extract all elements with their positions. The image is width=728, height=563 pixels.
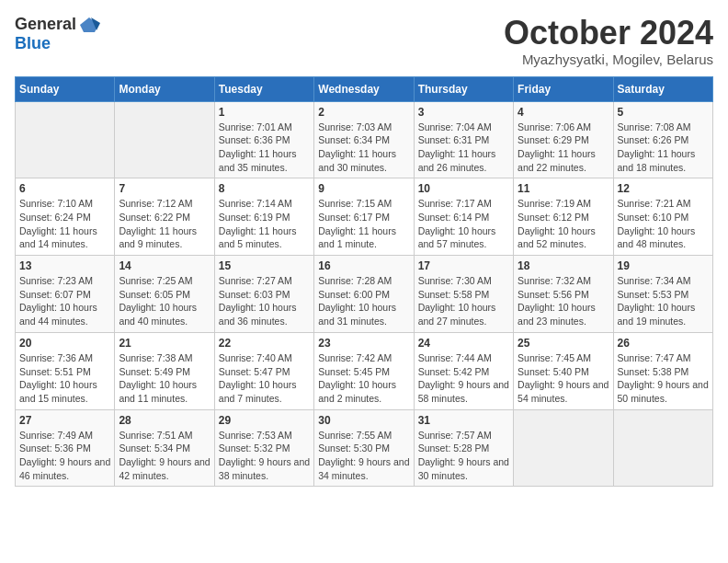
calendar-week-row: 27 Sunrise: 7:49 AMSunset: 5:36 PMDaylig… [16,409,713,487]
calendar-week-row: 13 Sunrise: 7:23 AMSunset: 6:07 PMDaylig… [16,256,713,333]
page-header: General Blue October 2024 Myazhysyatki, … [15,15,713,67]
calendar-day-cell: 17 Sunrise: 7:30 AMSunset: 5:58 PMDaylig… [414,256,513,333]
month-title: October 2024 [504,15,713,52]
weekday-header-cell: Tuesday [214,76,313,101]
day-info: Sunrise: 7:40 AMSunset: 5:47 PMDaylight:… [219,351,310,406]
calendar-day-cell: 10 Sunrise: 7:17 AMSunset: 6:14 PMDaylig… [414,178,513,256]
calendar-day-cell: 15 Sunrise: 7:27 AMSunset: 6:03 PMDaylig… [214,256,313,333]
calendar-day-cell: 2 Sunrise: 7:03 AMSunset: 6:34 PMDayligh… [314,101,414,178]
calendar-day-cell: 9 Sunrise: 7:15 AMSunset: 6:17 PMDayligh… [314,178,414,256]
day-number: 26 [618,337,709,350]
day-info: Sunrise: 7:04 AMSunset: 6:31 PMDaylight:… [418,121,509,175]
day-info: Sunrise: 7:49 AMSunset: 5:36 PMDaylight:… [19,429,110,483]
weekday-header-cell: Thursday [414,76,513,101]
calendar-day-cell: 23 Sunrise: 7:42 AMSunset: 5:45 PMDaylig… [314,332,414,409]
day-info: Sunrise: 7:28 AMSunset: 6:00 PMDaylight:… [318,274,409,328]
calendar-day-cell: 22 Sunrise: 7:40 AMSunset: 5:47 PMDaylig… [214,332,313,409]
day-info: Sunrise: 7:21 AMSunset: 6:10 PMDaylight:… [618,197,709,251]
day-info: Sunrise: 7:45 AMSunset: 5:40 PMDaylight:… [518,351,609,406]
day-info: Sunrise: 7:03 AMSunset: 6:34 PMDaylight:… [318,121,409,175]
calendar-day-cell [613,409,712,487]
day-number: 17 [418,259,509,272]
calendar-day-cell: 27 Sunrise: 7:49 AMSunset: 5:36 PMDaylig… [16,409,115,487]
calendar-day-cell: 26 Sunrise: 7:47 AMSunset: 5:38 PMDaylig… [613,332,712,409]
calendar-week-row: 1 Sunrise: 7:01 AMSunset: 6:36 PMDayligh… [16,101,713,178]
weekday-header-cell: Saturday [613,76,712,101]
calendar-day-cell [115,101,214,178]
calendar-day-cell: 20 Sunrise: 7:36 AMSunset: 5:51 PMDaylig… [16,332,115,409]
day-number: 3 [418,106,509,119]
calendar-day-cell: 28 Sunrise: 7:51 AMSunset: 5:34 PMDaylig… [115,409,214,487]
day-info: Sunrise: 7:38 AMSunset: 5:49 PMDaylight:… [119,351,210,406]
calendar-day-cell [16,101,115,178]
calendar-day-cell: 11 Sunrise: 7:19 AMSunset: 6:12 PMDaylig… [514,178,613,256]
day-info: Sunrise: 7:47 AMSunset: 5:38 PMDaylight:… [618,351,709,406]
calendar-day-cell: 13 Sunrise: 7:23 AMSunset: 6:07 PMDaylig… [16,256,115,333]
day-info: Sunrise: 7:27 AMSunset: 6:03 PMDaylight:… [219,274,310,328]
calendar-day-cell: 31 Sunrise: 7:57 AMSunset: 5:28 PMDaylig… [414,409,513,487]
day-info: Sunrise: 7:53 AMSunset: 5:32 PMDaylight:… [219,429,310,483]
weekday-header-cell: Friday [514,76,613,101]
calendar-day-cell: 24 Sunrise: 7:44 AMSunset: 5:42 PMDaylig… [414,332,513,409]
day-info: Sunrise: 7:57 AMSunset: 5:28 PMDaylight:… [418,429,509,483]
day-info: Sunrise: 7:10 AMSunset: 6:24 PMDaylight:… [19,197,110,251]
weekday-header-row: SundayMondayTuesdayWednesdayThursdayFrid… [16,76,713,101]
day-info: Sunrise: 7:55 AMSunset: 5:30 PMDaylight:… [318,429,409,483]
day-number: 14 [119,259,210,272]
weekday-header-cell: Wednesday [314,76,414,101]
day-info: Sunrise: 7:08 AMSunset: 6:26 PMDaylight:… [618,121,709,175]
day-number: 23 [318,337,409,350]
day-number: 5 [618,106,709,119]
logo-blue-text: Blue [15,34,51,53]
calendar-day-cell: 4 Sunrise: 7:06 AMSunset: 6:29 PMDayligh… [514,101,613,178]
day-number: 4 [518,106,609,119]
day-info: Sunrise: 7:17 AMSunset: 6:14 PMDaylight:… [418,197,509,251]
day-number: 22 [219,337,310,350]
day-number: 27 [19,414,110,427]
day-number: 13 [19,259,110,272]
day-info: Sunrise: 7:19 AMSunset: 6:12 PMDaylight:… [518,197,609,251]
calendar-body: 1 Sunrise: 7:01 AMSunset: 6:36 PMDayligh… [16,101,713,487]
calendar-day-cell: 7 Sunrise: 7:12 AMSunset: 6:22 PMDayligh… [115,178,214,256]
day-info: Sunrise: 7:30 AMSunset: 5:58 PMDaylight:… [418,274,509,328]
day-number: 8 [219,182,310,195]
calendar-week-row: 20 Sunrise: 7:36 AMSunset: 5:51 PMDaylig… [16,332,713,409]
calendar-day-cell: 1 Sunrise: 7:01 AMSunset: 6:36 PMDayligh… [214,101,313,178]
weekday-header-cell: Monday [115,76,214,101]
day-info: Sunrise: 7:42 AMSunset: 5:45 PMDaylight:… [318,351,409,406]
day-number: 19 [618,259,709,272]
day-info: Sunrise: 7:12 AMSunset: 6:22 PMDaylight:… [119,197,210,251]
day-info: Sunrise: 7:15 AMSunset: 6:17 PMDaylight:… [318,197,409,251]
day-info: Sunrise: 7:06 AMSunset: 6:29 PMDaylight:… [518,121,609,175]
calendar-day-cell: 29 Sunrise: 7:53 AMSunset: 5:32 PMDaylig… [214,409,313,487]
day-number: 25 [518,337,609,350]
calendar-day-cell: 16 Sunrise: 7:28 AMSunset: 6:00 PMDaylig… [314,256,414,333]
day-number: 31 [418,414,509,427]
day-number: 1 [219,106,310,119]
logo: General Blue [15,15,100,53]
day-info: Sunrise: 7:23 AMSunset: 6:07 PMDaylight:… [19,274,110,328]
day-info: Sunrise: 7:14 AMSunset: 6:19 PMDaylight:… [219,197,310,251]
calendar-table: SundayMondayTuesdayWednesdayThursdayFrid… [15,76,713,488]
calendar-day-cell: 6 Sunrise: 7:10 AMSunset: 6:24 PMDayligh… [16,178,115,256]
day-number: 12 [618,182,709,195]
day-number: 29 [219,414,310,427]
day-number: 11 [518,182,609,195]
title-section: October 2024 Myazhysyatki, Mogilev, Bela… [504,15,713,67]
day-info: Sunrise: 7:44 AMSunset: 5:42 PMDaylight:… [418,351,509,406]
logo-general-text: General [15,15,76,34]
day-info: Sunrise: 7:34 AMSunset: 5:53 PMDaylight:… [618,274,709,328]
day-info: Sunrise: 7:01 AMSunset: 6:36 PMDaylight:… [219,121,310,175]
calendar-day-cell: 3 Sunrise: 7:04 AMSunset: 6:31 PMDayligh… [414,101,513,178]
calendar-day-cell: 19 Sunrise: 7:34 AMSunset: 5:53 PMDaylig… [613,256,712,333]
day-number: 28 [119,414,210,427]
calendar-day-cell: 8 Sunrise: 7:14 AMSunset: 6:19 PMDayligh… [214,178,313,256]
day-number: 21 [119,337,210,350]
day-number: 16 [318,259,409,272]
day-number: 24 [418,337,509,350]
calendar-day-cell: 14 Sunrise: 7:25 AMSunset: 6:05 PMDaylig… [115,256,214,333]
day-number: 7 [119,182,210,195]
day-info: Sunrise: 7:36 AMSunset: 5:51 PMDaylight:… [19,351,110,406]
day-number: 9 [318,182,409,195]
day-number: 15 [219,259,310,272]
